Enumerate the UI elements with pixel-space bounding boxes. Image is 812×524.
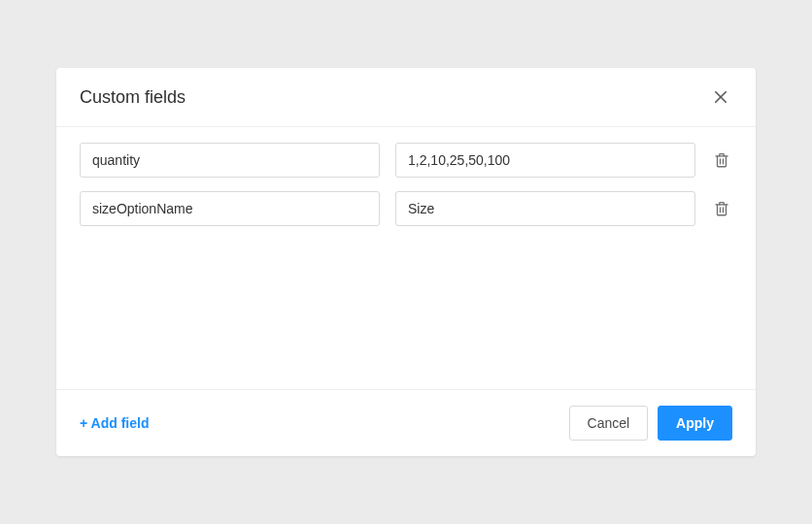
footer-actions: Cancel Apply — [569, 406, 732, 441]
cancel-button[interactable]: Cancel — [569, 406, 649, 441]
trash-icon — [713, 199, 730, 218]
delete-field-button[interactable] — [711, 149, 732, 171]
field-row — [80, 143, 732, 178]
field-value-input[interactable] — [395, 143, 695, 178]
modal-footer: + Add field Cancel Apply — [56, 389, 756, 456]
field-row — [80, 191, 732, 226]
close-button[interactable] — [709, 85, 732, 109]
modal-body — [56, 127, 756, 389]
close-icon — [712, 88, 729, 106]
trash-icon — [713, 150, 730, 170]
modal-title: Custom fields — [80, 87, 186, 108]
field-key-input[interactable] — [80, 143, 380, 178]
modal-header: Custom fields — [56, 68, 756, 127]
field-key-input[interactable] — [80, 191, 380, 226]
add-field-button[interactable]: + Add field — [80, 409, 149, 437]
field-value-input[interactable] — [395, 191, 695, 226]
apply-button[interactable]: Apply — [658, 406, 732, 441]
delete-field-button[interactable] — [711, 198, 732, 219]
custom-fields-modal: Custom fields — [56, 68, 756, 456]
